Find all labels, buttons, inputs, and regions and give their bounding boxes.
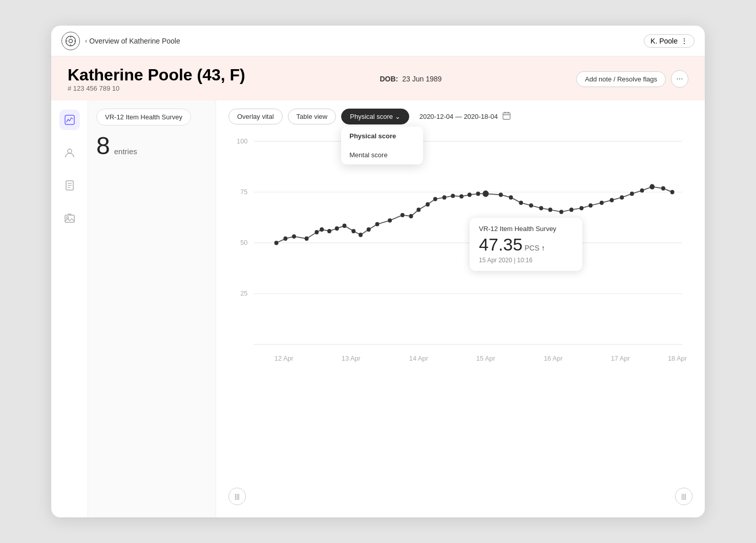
svg-point-51 <box>416 207 421 212</box>
svg-point-75 <box>649 184 655 189</box>
svg-point-63 <box>529 203 533 207</box>
svg-point-54 <box>443 195 447 199</box>
patient-more-button[interactable]: ··· <box>671 70 688 88</box>
svg-point-7 <box>68 149 72 153</box>
svg-point-52 <box>426 202 430 206</box>
svg-point-64 <box>539 206 543 210</box>
patient-info: Katherine Poole (43, F) # 123 456 789 10 <box>68 66 245 92</box>
svg-point-50 <box>409 214 413 218</box>
svg-text:16 Apr: 16 Apr <box>544 354 563 362</box>
svg-point-58 <box>476 192 480 196</box>
scroll-handle-left[interactable]: ||| <box>228 488 246 505</box>
svg-point-47 <box>375 222 380 226</box>
top-bar-left: ‹ Overview of Katherine Poole <box>61 32 180 50</box>
chart-bottom: ||| ||| <box>228 484 692 509</box>
app-logo <box>61 32 80 50</box>
dropdown-item-physical[interactable]: Physical score <box>341 127 423 145</box>
handle-left-icon: ||| <box>235 493 239 500</box>
svg-text:17 Apr: 17 Apr <box>611 354 631 362</box>
svg-point-74 <box>640 189 644 193</box>
svg-point-1 <box>69 39 73 43</box>
sidebar-item-notes[interactable] <box>59 175 80 196</box>
svg-point-70 <box>600 201 604 205</box>
user-pill-more-icon: ⋮ <box>681 37 688 45</box>
svg-point-55 <box>451 194 455 198</box>
svg-point-69 <box>589 203 593 207</box>
patient-id: # 123 456 789 10 <box>68 85 245 92</box>
sidebar-item-gallery[interactable] <box>59 208 80 228</box>
user-pill[interactable]: K. Poole ⋮ <box>644 34 695 48</box>
svg-point-35 <box>275 241 279 245</box>
back-link-label: Overview of Katherine Poole <box>89 37 180 45</box>
svg-text:14 Apr: 14 Apr <box>409 354 429 362</box>
score-dropdown-menu: Physical score Mental score <box>341 127 423 164</box>
svg-point-57 <box>468 193 472 197</box>
add-note-button[interactable]: Add note / Resolve flags <box>576 71 666 87</box>
sidebar-item-person[interactable] <box>59 142 80 163</box>
sidebar-item-chart[interactable] <box>59 110 80 130</box>
svg-point-37 <box>292 234 296 238</box>
svg-point-68 <box>579 206 583 210</box>
svg-text:12 Apr: 12 Apr <box>275 354 294 362</box>
right-content: Overlay vital Table view Physical score … <box>216 100 705 517</box>
table-view-button[interactable]: Table view <box>288 109 337 124</box>
svg-point-46 <box>367 227 371 232</box>
tooltip-survey-title: VR-12 Item Health Survey <box>479 225 573 233</box>
tooltip-date: 15 Apr 2020 | 10:16 <box>479 257 573 264</box>
svg-point-61 <box>509 195 513 199</box>
svg-point-40 <box>320 227 324 232</box>
svg-point-49 <box>401 213 405 217</box>
svg-text:25: 25 <box>240 289 247 297</box>
survey-tab[interactable]: VR-12 Item Health Survey <box>96 109 191 126</box>
back-chevron-icon: ‹ <box>85 37 87 45</box>
svg-point-36 <box>283 237 287 241</box>
chevron-down-icon: ⌄ <box>395 113 401 120</box>
dob-label: DOB: <box>380 75 398 83</box>
svg-point-65 <box>548 207 552 212</box>
svg-text:13 Apr: 13 Apr <box>342 354 361 362</box>
chart-toolbar: Overlay vital Table view Physical score … <box>228 109 692 124</box>
date-range-text: 2020-12-04 — 2020-18-04 <box>419 113 498 120</box>
main-body: VR-12 Item Health Survey 8 entries Overl… <box>51 100 705 517</box>
svg-rect-12 <box>65 215 74 222</box>
sidebar <box>51 100 88 517</box>
back-link[interactable]: ‹ Overview of Katherine Poole <box>85 37 180 45</box>
patient-actions: Add note / Resolve flags ··· <box>576 70 688 88</box>
overlay-vital-button[interactable]: Overlay vital <box>228 109 283 124</box>
svg-text:75: 75 <box>240 188 247 196</box>
svg-point-62 <box>519 201 523 205</box>
svg-point-73 <box>630 192 634 196</box>
entries-label: entries <box>114 147 137 156</box>
svg-text:18 Apr: 18 Apr <box>668 354 687 362</box>
chart-tooltip: VR-12 Item Health Survey 47.35 PCS ↑ 15 … <box>470 218 582 271</box>
chart-svg: 100 75 50 25 12 Apr 13 Apr 14 Apr 15 Apr… <box>228 131 692 377</box>
tooltip-unit: PCS <box>524 244 539 252</box>
entries-count: 8 <box>96 134 110 158</box>
tooltip-score-value: 47.35 <box>479 235 522 255</box>
left-panel: VR-12 Item Health Survey 8 entries <box>88 100 216 517</box>
svg-point-53 <box>433 197 437 201</box>
top-bar: ‹ Overview of Katherine Poole K. Poole ⋮ <box>51 26 705 56</box>
date-range: 2020-12-04 — 2020-18-04 <box>419 111 511 122</box>
svg-point-56 <box>459 194 464 198</box>
svg-point-71 <box>610 198 614 202</box>
svg-text:15 Apr: 15 Apr <box>476 354 496 362</box>
svg-point-41 <box>327 229 331 233</box>
dob-value: 23 Jun 1989 <box>402 75 442 83</box>
scroll-handle-right[interactable]: ||| <box>675 488 692 505</box>
svg-rect-15 <box>503 113 510 119</box>
svg-point-67 <box>570 207 574 212</box>
user-pill-label: K. Poole <box>650 37 678 45</box>
svg-text:50: 50 <box>240 239 247 246</box>
dropdown-item-mental[interactable]: Mental score <box>341 145 423 164</box>
svg-point-76 <box>661 186 665 191</box>
tooltip-trend-arrow: ↑ <box>541 244 545 252</box>
handle-right-icon: ||| <box>681 493 686 500</box>
tooltip-value-row: 47.35 PCS ↑ <box>479 235 573 255</box>
svg-rect-6 <box>65 115 74 124</box>
svg-point-60 <box>499 193 503 197</box>
svg-point-59 <box>482 191 489 197</box>
physical-score-button[interactable]: Physical score ⌄ <box>341 109 409 124</box>
svg-point-66 <box>559 210 563 214</box>
calendar-icon[interactable] <box>502 111 511 122</box>
